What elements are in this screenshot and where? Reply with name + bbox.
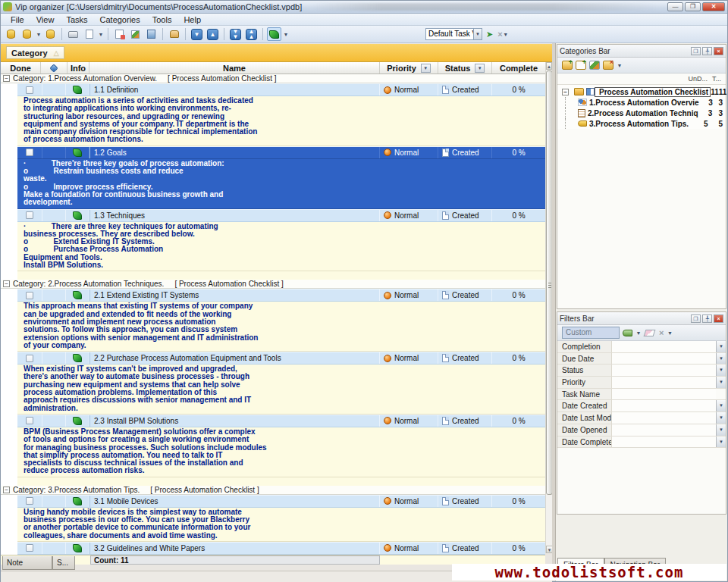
task-description[interactable]: BPM (Business Process Management) soluti… [17, 427, 545, 477]
clear-filter-icon[interactable] [644, 330, 656, 336]
vertical-scrollbar[interactable]: ▲ ▼ [545, 62, 552, 553]
filter-value-dropdown[interactable]: ▼ [716, 424, 726, 436]
category-tree-item[interactable]: 1.Process Automation Overvie 3 3 [557, 97, 726, 108]
panel-restore-icon[interactable]: ❐ [691, 47, 701, 55]
task-row[interactable]: 2.1 Extend Existing IT Systems Normal Cr… [17, 289, 545, 302]
priority-cell[interactable]: Normal [380, 289, 438, 301]
panel-close-icon[interactable]: × [714, 47, 723, 55]
collapse-expander-icon[interactable]: − [3, 75, 10, 82]
menu-view[interactable]: View [30, 14, 61, 25]
complete-cell[interactable]: 0 % [492, 84, 545, 95]
filter-value-dropdown[interactable]: ▼ [716, 412, 726, 424]
column-header-complete[interactable]: Complete [492, 62, 545, 74]
close-button[interactable]: ✕ [702, 2, 725, 11]
task-name[interactable]: 3.1 Mobile Devices [89, 496, 380, 507]
done-checkbox[interactable] [26, 149, 33, 156]
panel-close-icon[interactable]: × [714, 314, 723, 323]
filter-value-dropdown[interactable]: ▼ [716, 365, 726, 376]
priority-filter-dropdown[interactable]: ▼ [421, 64, 431, 73]
task-row[interactable]: 3.1 Mobile Devices Normal Created 0 % [17, 495, 545, 508]
status-cell[interactable]: Created [438, 352, 492, 364]
column-header-flag[interactable] [41, 62, 67, 74]
filter-value-dropdown[interactable]: ▼ [716, 341, 726, 352]
done-checkbox[interactable] [26, 355, 33, 362]
view-more-caret[interactable]: ▼ [503, 32, 509, 37]
panel-pin-icon[interactable]: ╀ [702, 314, 712, 323]
status-cell[interactable]: Created [438, 147, 492, 158]
filter-value-dropdown[interactable]: ▼ [716, 436, 726, 448]
column-header-status[interactable]: Status▼ [438, 62, 492, 74]
task-description[interactable]: Process automation is a series of activi… [17, 96, 545, 146]
edit-category-button[interactable] [589, 61, 600, 70]
priority-cell[interactable]: Normal [380, 210, 438, 221]
done-checkbox[interactable] [26, 544, 33, 552]
category-tree-item[interactable]: 2.Process Automation Techniq 3 3 [557, 108, 726, 118]
categories-toolbar-caret[interactable]: ▼ [617, 63, 623, 68]
move-up-button[interactable]: ▲ [206, 27, 220, 41]
task-row[interactable]: 2.3 Install BPM Solutions Normal Created… [17, 415, 545, 427]
column-header-priority[interactable]: Priority▼ [380, 62, 438, 74]
bottom-note-tab[interactable]: Note [2, 556, 52, 570]
minimize-button[interactable]: — [667, 2, 683, 11]
menu-tools[interactable]: Tools [146, 14, 178, 25]
status-cell[interactable]: Created [438, 210, 492, 221]
apply-filter-icon[interactable] [623, 330, 632, 336]
task-description[interactable]: When existing IT systems can't be improv… [17, 365, 545, 415]
priority-cell[interactable]: Normal [380, 543, 438, 554]
panel-pin-icon[interactable]: ╀ [702, 47, 712, 55]
filter-value-field[interactable] [612, 365, 716, 376]
complete-cell[interactable]: 0 % [492, 415, 545, 427]
save-database-button[interactable] [43, 27, 58, 41]
print-dropdown-caret[interactable]: ▼ [98, 32, 104, 37]
status-cell[interactable]: Created [438, 415, 492, 427]
filter-value-field[interactable] [612, 400, 716, 411]
task-row[interactable]: 3.2 Guidelines and White Papers Normal C… [17, 542, 545, 555]
maximize-button[interactable]: ❐ [685, 2, 701, 11]
edit-task-button[interactable] [128, 27, 143, 41]
filters-toolbar-caret[interactable]: ▼ [667, 330, 673, 336]
complete-cell[interactable]: 0 % [492, 496, 545, 507]
new-task-button[interactable] [112, 27, 127, 41]
task-description[interactable]: Using handy mobile devices is the simple… [17, 508, 545, 542]
move-bottom-button[interactable]: ▼▼ [228, 27, 243, 41]
done-checkbox[interactable] [26, 417, 33, 424]
new-category-button[interactable] [562, 61, 573, 70]
filter-value-dropdown[interactable]: ▼ [716, 400, 726, 411]
filter-value-field[interactable] [612, 341, 716, 352]
tree-expander-icon[interactable]: − [562, 89, 569, 95]
done-checkbox[interactable] [26, 497, 33, 505]
move-top-button[interactable]: ▲▲ [244, 27, 259, 41]
filter-value-field[interactable] [612, 412, 716, 424]
column-header-done[interactable]: Done [1, 62, 41, 74]
category-tree-item[interactable]: − Process Automation Checklist 11 11 [557, 86, 726, 97]
total-column-header[interactable]: T... [712, 75, 721, 83]
status-cell[interactable]: Created [438, 289, 492, 301]
category-group-row[interactable]: − Category: 2.Process Automation Techniq… [1, 280, 545, 289]
task-name[interactable]: 2.3 Install BPM Solutions [89, 415, 380, 427]
complete-cell[interactable]: 0 % [492, 543, 545, 554]
scroll-up-arrow[interactable]: ▲ [546, 62, 552, 70]
task-view-button[interactable] [267, 27, 281, 41]
status-cell[interactable]: Created [438, 543, 492, 554]
delete-task-button[interactable] [144, 27, 158, 41]
view-dropdown-caret[interactable]: ▼ [283, 32, 289, 37]
task-name[interactable]: 2.2 Purchase Process Automation Equipmen… [89, 352, 380, 364]
bottom-note-tab[interactable]: S... [52, 556, 75, 570]
panel-restore-icon[interactable]: ❐ [691, 314, 701, 323]
filter-value-field[interactable] [612, 436, 716, 448]
task-description[interactable]: · There're three key goals of process au… [17, 159, 545, 209]
task-row[interactable]: 1.1 Definition Normal Created 0 % [17, 83, 545, 96]
print-preview-button[interactable] [82, 27, 96, 41]
group-by-category-chip[interactable]: Category △ [6, 46, 64, 59]
done-checkbox[interactable] [26, 292, 33, 299]
task-row[interactable]: 2.2 Purchase Process Automation Equipmen… [17, 352, 545, 365]
remove-filter-icon[interactable]: × [659, 328, 664, 337]
menu-tasks[interactable]: Tasks [60, 14, 93, 25]
priority-cell[interactable]: Normal [380, 147, 438, 158]
filter-value-dropdown[interactable]: ▼ [716, 353, 726, 365]
done-checkbox[interactable] [26, 86, 33, 94]
open-database-button[interactable] [20, 27, 34, 41]
status-cell[interactable]: Created [438, 84, 492, 95]
category-tree-item[interactable]: 3.Process Automation Tips. 5 5 [557, 118, 726, 129]
status-filter-dropdown[interactable]: ▼ [475, 64, 485, 73]
